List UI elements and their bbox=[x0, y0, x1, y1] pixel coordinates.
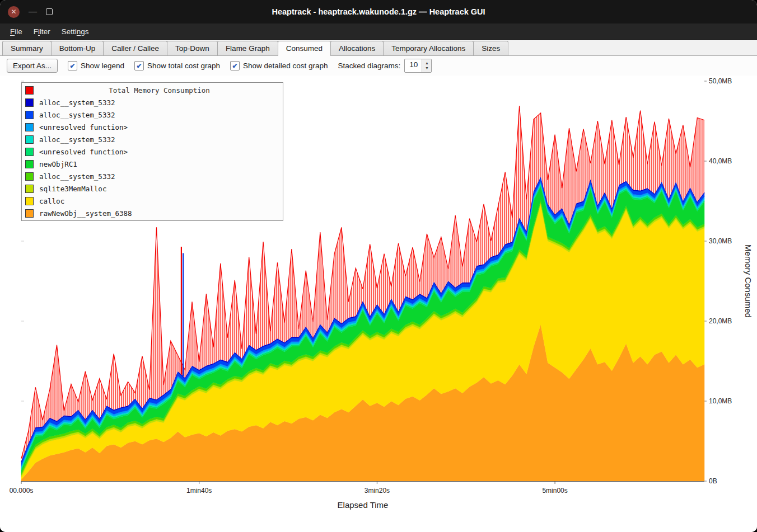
checkbox-label: Show detailed cost graph bbox=[243, 62, 328, 70]
check-icon: ✔ bbox=[232, 63, 237, 69]
legend-item: rawNewObj__system_6388 bbox=[25, 207, 279, 219]
toolbar: Export As... ✔ Show legend ✔ Show total … bbox=[0, 56, 757, 76]
legend-label: newObjRC1 bbox=[39, 160, 77, 168]
check-icon: ✔ bbox=[70, 63, 76, 69]
legend-label: alloc__system_5332 bbox=[39, 135, 115, 144]
tab-bottom-up[interactable]: Bottom-Up bbox=[51, 41, 104, 55]
tab-allocations[interactable]: Allocations bbox=[330, 41, 384, 55]
x-tick-label: 1min40s bbox=[186, 487, 212, 495]
window-title: Heaptrack - heaptrack.wakunode.1.gz — He… bbox=[272, 7, 485, 16]
tab-sizes[interactable]: Sizes bbox=[473, 41, 508, 55]
x-tick-label: 5min00s bbox=[542, 487, 567, 495]
legend-item: sqlite3MemMalloc bbox=[25, 182, 279, 195]
legend-swatch bbox=[25, 86, 34, 95]
legend-item: alloc__system_5332 bbox=[25, 109, 279, 121]
tab-summary[interactable]: Summary bbox=[2, 41, 52, 55]
check-icon: ✔ bbox=[137, 63, 142, 69]
chart-area: 0B10,0MB20,0MB30,0MB40,0MB50,0MB00.000s1… bbox=[0, 76, 757, 532]
tab-top-down[interactable]: Top-Down bbox=[167, 41, 218, 55]
legend-swatch bbox=[25, 185, 34, 193]
legend-item: <unresolved function> bbox=[25, 145, 279, 158]
x-tick-label: 3min20s bbox=[365, 487, 390, 495]
checkbox-show-detailed-cost-graph[interactable]: ✔ Show detailed cost graph bbox=[230, 61, 328, 70]
legend-label: Total Memory Consumption bbox=[39, 86, 279, 95]
tab-bar: SummaryBottom-UpCaller / CalleeTop-DownF… bbox=[0, 40, 757, 56]
spin-down-icon[interactable]: ▼ bbox=[425, 66, 429, 71]
heaptrack-window: ✕ — Heaptrack - heaptrack.wakunode.1.gz … bbox=[0, 0, 757, 532]
minimize-icon: — bbox=[29, 6, 37, 16]
close-icon: ✕ bbox=[11, 8, 16, 15]
legend-label: calloc bbox=[39, 197, 64, 205]
legend-swatch bbox=[25, 98, 34, 107]
legend-label: <unresolved function> bbox=[39, 123, 128, 131]
menu-bar: FileFilterSettings bbox=[0, 23, 757, 40]
menu-settings[interactable]: Settings bbox=[56, 25, 95, 38]
legend-item: <unresolved function> bbox=[25, 121, 279, 133]
close-button[interactable]: ✕ bbox=[8, 6, 20, 18]
tab-caller-callee[interactable]: Caller / Callee bbox=[103, 41, 167, 55]
y-tick-label: 0B bbox=[709, 477, 717, 485]
checkbox-show-total-cost-graph[interactable]: ✔ Show total cost graph bbox=[134, 61, 220, 70]
legend-label: <unresolved function> bbox=[39, 148, 128, 156]
minimize-button[interactable]: — bbox=[29, 7, 37, 15]
legend-swatch bbox=[25, 135, 34, 144]
stacked-diagrams-label: Stacked diagrams: bbox=[338, 62, 401, 70]
title-bar: ✕ — Heaptrack - heaptrack.wakunode.1.gz … bbox=[0, 0, 757, 23]
legend-swatch bbox=[25, 148, 34, 156]
spin-up-icon[interactable]: ▲ bbox=[425, 61, 429, 66]
legend-item: newObjRC1 bbox=[25, 158, 279, 170]
checkbox-checked-icon: ✔ bbox=[134, 61, 144, 70]
checkbox-label: Show legend bbox=[81, 62, 124, 70]
x-axis-title: Elapsed Time bbox=[338, 500, 389, 510]
legend-item: alloc__system_5332 bbox=[25, 133, 279, 145]
spinbox-value: 10 bbox=[405, 59, 422, 72]
y-tick-label: 30,0MB bbox=[709, 237, 732, 245]
chart-legend: Total Memory Consumptionalloc__system_53… bbox=[21, 82, 283, 221]
checkbox-show-legend[interactable]: ✔ Show legend bbox=[68, 61, 124, 70]
y-tick-label: 40,0MB bbox=[709, 157, 732, 165]
legend-item: alloc__system_5332 bbox=[25, 170, 279, 182]
tab-flame-graph[interactable]: Flame Graph bbox=[217, 41, 278, 55]
tab-consumed[interactable]: Consumed bbox=[278, 41, 331, 56]
legend-item: alloc__system_5332 bbox=[25, 96, 279, 109]
legend-swatch bbox=[25, 172, 34, 181]
checkbox-label: Show total cost graph bbox=[147, 62, 220, 70]
y-axis-title: Memory Consumed bbox=[744, 244, 753, 318]
tab-temporary-allocations[interactable]: Temporary Allocations bbox=[383, 41, 474, 55]
y-tick-label: 10,0MB bbox=[709, 397, 732, 405]
maximize-button[interactable] bbox=[46, 8, 53, 15]
legend-label: rawNewObj__system_6388 bbox=[39, 209, 132, 218]
spinbox-buttons[interactable]: ▲▼ bbox=[422, 59, 431, 72]
menu-filter[interactable]: Filter bbox=[28, 25, 56, 38]
legend-label: alloc__system_5332 bbox=[39, 172, 115, 181]
y-tick-label: 50,0MB bbox=[709, 77, 732, 85]
y-tick-label: 20,0MB bbox=[709, 317, 732, 325]
legend-swatch bbox=[25, 111, 34, 119]
stacked-diagrams-spinbox[interactable]: 10 ▲▼ bbox=[404, 59, 432, 73]
legend-title-row: Total Memory Consumption bbox=[25, 84, 279, 96]
legend-item: calloc bbox=[25, 195, 279, 207]
legend-label: alloc__system_5332 bbox=[39, 111, 115, 119]
x-tick-label: 00.000s bbox=[10, 487, 34, 495]
export-as-button[interactable]: Export As... bbox=[7, 59, 58, 73]
menu-file[interactable]: File bbox=[4, 25, 28, 38]
checkbox-checked-icon: ✔ bbox=[230, 61, 240, 70]
legend-swatch bbox=[25, 209, 34, 218]
legend-swatch bbox=[25, 123, 34, 131]
legend-swatch bbox=[25, 197, 34, 205]
window-controls: ✕ — bbox=[8, 0, 53, 23]
legend-swatch bbox=[25, 160, 34, 168]
legend-label: alloc__system_5332 bbox=[39, 98, 115, 107]
stacked-diagrams-control: Stacked diagrams: 10 ▲▼ bbox=[338, 59, 432, 73]
legend-label: sqlite3MemMalloc bbox=[39, 185, 106, 193]
checkbox-checked-icon: ✔ bbox=[68, 61, 77, 70]
